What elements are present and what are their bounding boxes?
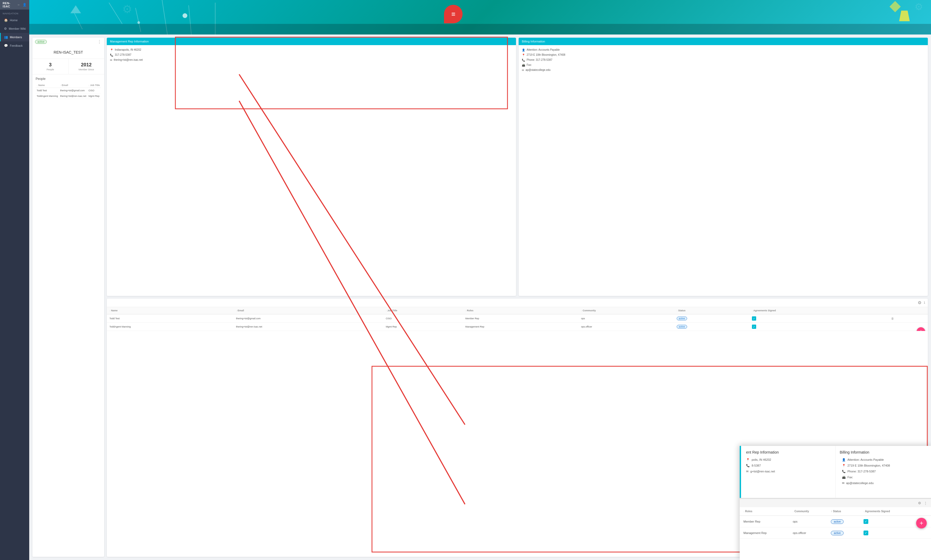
th-roles: ↕ Roles xyxy=(463,307,578,314)
billing-attention: 👤 Attention: Accounts Payable xyxy=(522,48,925,51)
zoom-billing-attention: 👤 Attention: Accounts Payable xyxy=(840,458,927,462)
zoom-email-icon: ✉ xyxy=(746,470,749,473)
zoom-location-icon: 📍 xyxy=(746,458,750,462)
cell-agreements: ✓ xyxy=(749,323,889,331)
cell-job: CISO xyxy=(87,88,101,94)
zoom-location-icon-2: 📍 xyxy=(842,464,846,468)
billing-phone: 📞 Phone: 317-278-5387 xyxy=(522,58,925,62)
cell-job: CISO xyxy=(383,314,463,323)
member-since-label: Member Since xyxy=(72,68,101,71)
people-label: People xyxy=(36,68,65,71)
people-count: 3 xyxy=(36,62,65,68)
zoom-mgmt-email: ✉ g+tst@ren-isac.net xyxy=(744,470,831,473)
table-row: Todd Test thering+tst@gmail.com CISO Mem… xyxy=(107,314,928,323)
zoom-people-table: ↕ Roles ↕ Community ↑ Status ↕ Agreement… xyxy=(740,507,931,539)
user-icon[interactable]: 👤 xyxy=(23,3,26,7)
zoom-cell-roles: Management Rep xyxy=(740,527,789,539)
phone-icon-2: 📞 xyxy=(522,58,525,62)
cell-status: active xyxy=(674,314,749,323)
zoom-add-button[interactable]: + xyxy=(916,518,927,528)
th-name: ↕ Name xyxy=(107,307,233,314)
sidebar-item-members[interactable]: 👥 Members xyxy=(0,33,29,42)
zoom-status-badge: active xyxy=(831,531,844,535)
zoom-th-community: ↕ Community xyxy=(789,507,828,516)
table-row: ToddAgent Manning thering+tst@ren-isac.n… xyxy=(107,323,928,331)
cell-community: ops.officer xyxy=(578,323,674,331)
zoom-more-icon[interactable]: ⋮ xyxy=(924,501,927,505)
zoom-th-actions xyxy=(914,507,931,516)
agreement-checkbox[interactable]: ✓ xyxy=(752,325,756,329)
zoom-table-row: Management Rep ops.officer active ✓ xyxy=(740,527,931,539)
billing-email: ✉ ap@statecollege.edu xyxy=(522,68,925,72)
cell-agreements: ✓ xyxy=(749,314,889,323)
billing-address: 📍 2719 E 10th Bloomington, 47408 xyxy=(522,53,925,57)
more-options-button[interactable]: ⋮ xyxy=(97,39,102,44)
cell-name: ToddAgent Manning xyxy=(36,94,59,99)
delete-button[interactable]: 🗑 xyxy=(891,317,894,320)
zoom-cell-actions xyxy=(914,527,931,539)
member-name: REN-ISAC_TEST xyxy=(32,46,104,59)
zoom-phone-icon: 📞 xyxy=(746,464,750,468)
zoom-cell-community: ops.officer xyxy=(789,527,828,539)
cell-email: thering+tst@gmail.com xyxy=(233,314,383,323)
table-row: Todd Test thering+tst@gmail.com CISO xyxy=(36,88,101,94)
zoom-table-wrapper: ↕ Roles ↕ Community ↑ Status ↕ Agreement… xyxy=(740,507,931,539)
people-title: People xyxy=(36,77,101,81)
sidebar-item-home[interactable]: 🏠 Home xyxy=(0,16,29,25)
status-badge: active xyxy=(35,40,47,44)
zoom-panel: ent Rep Information 📍 polis, IN 46202 📞 … xyxy=(740,446,931,560)
sidebar-item-home-label: Home xyxy=(10,18,17,22)
fax-icon: 📠 xyxy=(522,64,525,67)
back-icon[interactable]: ← xyxy=(17,3,20,7)
zoom-billing-title: Billing Information xyxy=(840,450,927,454)
location-icon: 📍 xyxy=(110,49,113,51)
sidebar-item-feedback-label: Feedback xyxy=(10,44,23,47)
zoom-cell-status: active xyxy=(827,527,860,539)
sidebar-item-wiki-label: Member Wiki xyxy=(9,27,26,30)
filter-icon[interactable]: ⚙ xyxy=(918,300,922,305)
zoom-th-agreements: ↕ Agreements Signed xyxy=(860,507,914,516)
filter-count: 1 xyxy=(923,301,925,304)
cell-community: ops xyxy=(578,314,674,323)
person-icon: 👤 xyxy=(522,49,525,51)
brand-label: REN-ISAC xyxy=(3,2,17,8)
zoom-billing-phone: 📞 Phone: 317-278-5387 xyxy=(840,470,927,473)
zoom-top: ent Rep Information 📍 polis, IN 46202 📞 … xyxy=(740,446,931,499)
zoom-agreement-checkbox[interactable]: ✓ xyxy=(863,519,868,524)
members-icon: 👥 xyxy=(4,35,8,39)
zoom-billing-address: 📍 2719 E 10th Bloomington, 47408 xyxy=(840,464,927,468)
sidebar: REN-ISAC ← 👤 Navigation 🏠 Home ⚙ Member … xyxy=(0,0,29,560)
people-full-table: ↕ Name ↕ Email ↕ Job Title ↕ Roles ↕ Com… xyxy=(107,307,928,331)
banner: ⚙ ⚙ ≡ xyxy=(29,0,931,34)
people-stat: 3 People xyxy=(32,59,68,74)
zoom-phone-icon-2: 📞 xyxy=(842,470,846,473)
zoom-cell-community: ops xyxy=(789,516,828,527)
people-mini-table: ↕ Name ↕ Email ↕ Job Title Todd Test the… xyxy=(36,83,101,99)
zoom-person-icon: 👤 xyxy=(842,458,846,462)
zoom-table-row: Member Rep ops active ✓ 🗑 xyxy=(740,516,931,527)
sidebar-item-member-wiki[interactable]: ⚙ Member Wiki xyxy=(0,25,29,33)
location-icon-2: 📍 xyxy=(522,54,525,57)
sidebar-item-members-label: Members xyxy=(10,35,22,39)
th-job: ↕ Job Title xyxy=(383,307,463,314)
col-email: ↕ Email xyxy=(59,83,87,88)
email-icon-2: ✉ xyxy=(522,69,524,72)
zoom-cell-agreements: ✓ xyxy=(860,527,914,539)
zoom-filter-icon[interactable]: ⚙ xyxy=(918,501,921,505)
management-rep-title: Management Rep Information xyxy=(107,38,516,45)
info-row: Management Rep Information 📍 Indianapoli… xyxy=(107,38,928,296)
sidebar-item-feedback[interactable]: 💬 Feedback xyxy=(0,42,29,50)
cell-job: Mgmt Rep xyxy=(87,94,101,99)
management-rep-card: Management Rep Information 📍 Indianapoli… xyxy=(107,38,516,296)
mgmt-phone: 📞 317-278-5387 xyxy=(110,53,513,57)
cell-name: Todd Test xyxy=(107,314,233,323)
agreement-checkbox[interactable]: ✓ xyxy=(752,316,756,321)
zoom-fax-icon: 📠 xyxy=(842,475,846,479)
zoom-bottom: ⚙ ⋮ ↕ Roles ↕ Community ↑ Status ↕ Agree… xyxy=(740,499,931,560)
status-badge: active xyxy=(677,317,687,320)
email-icon: ✉ xyxy=(110,58,112,62)
billing-card: Billing Information 👤 Attention: Account… xyxy=(519,38,928,296)
th-status: ↕ Status xyxy=(674,307,749,314)
table-row: ToddAgent Manning thering+tst@ren-isac.n… xyxy=(36,94,101,99)
zoom-agreement-checkbox[interactable]: ✓ xyxy=(863,531,868,535)
